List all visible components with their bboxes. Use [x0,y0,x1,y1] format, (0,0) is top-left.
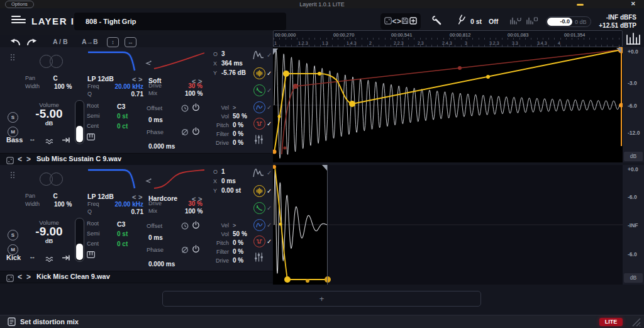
freq-value[interactable]: 20.00 kHz [106,201,143,208]
filter-env-icon[interactable] [253,101,265,113]
volume-env-icon[interactable] [253,185,265,197]
phase-value[interactable]: 0.000 ms [148,261,175,268]
snap-end-icon[interactable] [62,252,70,264]
offset-value[interactable]: 0 ms [148,234,163,241]
drive-curve-display[interactable] [153,51,206,74]
master-tune-value[interactable]: 0 st [470,18,482,25]
volume-env-node[interactable] [279,223,282,226]
stretch-mode-icon[interactable]: ↔ [29,135,36,142]
pitch-env-check[interactable]: ✓ [267,87,272,94]
waveform-display-kick[interactable] [273,165,623,285]
solo-button[interactable]: S [8,230,18,240]
drive-curve-display[interactable] [153,169,206,191]
cent-value[interactable]: 0 ct [117,123,128,130]
volume-value[interactable]: -9.00 [24,225,74,239]
prev-preset-button[interactable]: < [392,17,396,26]
drive-env-check[interactable]: ✓ [267,238,272,245]
filter-type[interactable]: LP 12dB [87,193,114,200]
node-y-value[interactable]: -5.76 dB [221,69,246,76]
offset-sync-clock-icon[interactable] [181,103,189,115]
filter-env-icon[interactable] [253,219,265,231]
timeline-ruler[interactable]: 00:00,000 00:00,270 00:00,541 00:00,812 … [273,30,623,47]
phase-power-icon[interactable] [192,127,200,138]
loop-wave-icon[interactable] [45,136,55,147]
keyboard-icon[interactable] [87,132,95,143]
envelope-icon[interactable] [253,167,265,181]
mixer-faders-icon[interactable] [254,252,264,265]
tuning-fork-icon[interactable] [455,14,467,28]
ab-compare-button[interactable]: A / B [53,38,68,45]
filter-curve-display[interactable] [86,48,142,72]
phase-value[interactable]: 0.000 ms [148,143,175,150]
phase-invert-icon[interactable] [181,245,189,256]
q-value[interactable]: 0.71 [106,208,143,215]
volume-env-check[interactable]: ✓ [267,70,272,77]
freq-value[interactable]: 20.00 kHz [106,83,143,90]
waveform-reload-icon[interactable] [509,16,522,28]
pitch-env-icon[interactable] [253,84,265,96]
root-value[interactable]: C3 [117,220,125,228]
output-gain-slider[interactable]: -0.0 0 dB [546,16,591,27]
filter-env-check[interactable]: ✓ [267,222,272,229]
volume-env-node[interactable] [349,101,355,107]
horizontal-fit-icon[interactable]: ↔ [125,37,136,47]
volume-fader-handle[interactable] [76,126,83,142]
random-sample-icon[interactable] [6,273,14,285]
a-to-b-copy-button[interactable]: A→B [82,38,98,45]
filter-type[interactable]: LP 12dB [87,75,114,82]
volume-env-check[interactable]: ✓ [267,188,272,195]
vel-expand-chevron[interactable]: > [233,105,236,111]
mix-value[interactable]: 100 % [185,90,203,97]
node-count-value[interactable]: 1 [221,168,225,175]
settings-wrench-icon[interactable] [431,15,442,28]
volume-env-node[interactable] [318,72,321,76]
pan-width-pad[interactable] [50,55,63,68]
node-x-value[interactable]: 0 ms [221,178,236,184]
cent-value[interactable]: 0 ct [117,240,128,247]
pan-value[interactable]: C [49,75,62,82]
offset-sync-clock-icon[interactable] [181,221,189,232]
layer-drag-handle[interactable] [10,52,15,64]
volume-env-node[interactable] [278,115,281,118]
start-marker[interactable] [273,165,276,169]
save-as-new-icon[interactable] [409,16,417,27]
volume-env-node[interactable] [306,279,309,283]
mix-value[interactable]: 100 % [185,208,203,215]
filter-prev-chevron[interactable]: < [132,193,136,201]
pitch-mod-value[interactable]: 0 % [233,239,243,246]
envelope-icon[interactable] [253,50,265,63]
volume-envelope-curve[interactable] [275,167,328,280]
resize-grip[interactable] [630,317,641,328]
offset-value[interactable]: 0 ms [148,116,163,123]
phase-power-icon[interactable] [192,244,200,256]
random-preset-icon[interactable] [384,16,392,27]
volume-value[interactable]: -5.00 [24,107,74,121]
prev-sample-chevron[interactable]: < [18,273,22,281]
pan-width-pad[interactable] [50,172,63,186]
next-sample-chevron[interactable]: > [26,155,31,164]
pitch-mod-value[interactable]: 0 % [233,122,243,128]
drive-value[interactable]: 30 % [185,200,203,207]
loop-wave-icon[interactable] [45,254,55,265]
volume-env-node[interactable] [284,276,291,283]
filter-mod-value[interactable]: 0 % [233,248,243,255]
filter-prev-chevron[interactable]: < [132,76,136,83]
volume-fader[interactable] [75,100,84,144]
phase-invert-icon[interactable] [181,127,189,139]
sync-mode-toggle[interactable]: Off [489,18,498,25]
width-value[interactable]: 100 % [54,201,72,208]
drive-env-icon[interactable] [253,118,265,130]
pitch-env-icon[interactable] [253,202,265,214]
pitch-envelope-curve[interactable] [282,50,621,154]
preset-field[interactable]: 808 - Tight Grip [74,13,286,30]
envelope-enable-check[interactable]: ✓ [267,52,272,59]
vol-mod-value[interactable]: 50 % [233,113,247,120]
drive-env-check[interactable]: ✓ [267,120,272,127]
pitch-env-node[interactable] [293,84,298,89]
drive-env-icon[interactable] [253,235,265,247]
node-count-value[interactable]: 3 [221,50,225,57]
filter-curve-display[interactable] [86,166,142,190]
envelope-enable-check[interactable]: ✓ [267,169,272,176]
drive-mod-value[interactable]: 0 % [233,257,243,264]
volume-env-node[interactable] [486,75,490,79]
